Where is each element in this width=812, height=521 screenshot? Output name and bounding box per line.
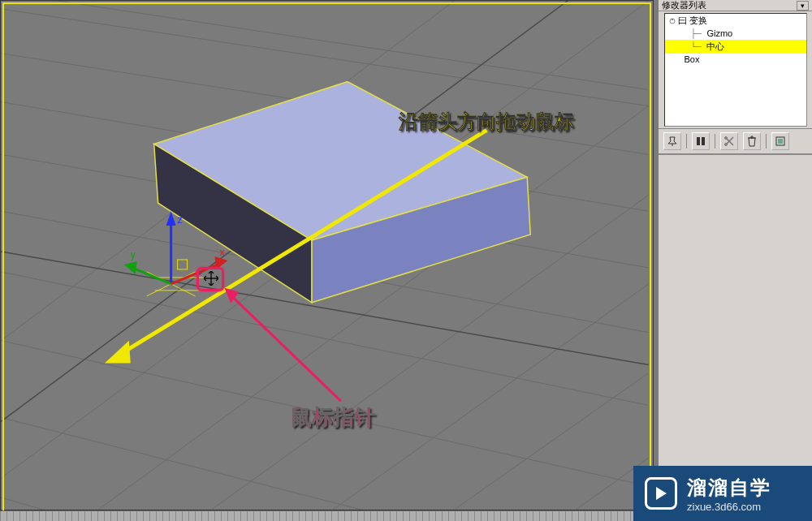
viewport[interactable]: z y x 沿箭头方向拖动鼠标 鼠标指针 bbox=[0, 0, 654, 510]
config-icon bbox=[775, 136, 786, 147]
modifier-box[interactable]: Box bbox=[665, 54, 806, 65]
watermark: 溜溜自学 zixue.3d66.com bbox=[633, 466, 812, 521]
svg-text:y: y bbox=[131, 249, 136, 260]
timeline-ruler[interactable] bbox=[0, 510, 654, 521]
modifier-stack[interactable]: 曰 变换 ├─ Gizmo └─ 中心 Box bbox=[664, 13, 807, 127]
configure-sets-button[interactable] bbox=[771, 132, 789, 150]
annotation-mouse-pointer: 鼠标指针 bbox=[291, 403, 375, 432]
svg-line-9 bbox=[1, 497, 519, 510]
layers-icon bbox=[695, 136, 706, 147]
pin-stack-button[interactable] bbox=[663, 132, 681, 150]
svg-rect-44 bbox=[697, 137, 700, 145]
show-end-result-button[interactable] bbox=[692, 132, 710, 150]
annotation-drag-direction: 沿箭头方向拖动鼠标 bbox=[399, 109, 574, 135]
svg-point-43 bbox=[671, 18, 672, 19]
genie-icon bbox=[668, 17, 676, 25]
pin-icon bbox=[667, 136, 678, 147]
watermark-brand: 溜溜自学 bbox=[687, 475, 771, 501]
modifier-toolbar bbox=[659, 129, 812, 154]
svg-marker-23 bbox=[105, 341, 131, 364]
modifier-list-label: 修改器列表 bbox=[662, 0, 706, 11]
trash-icon bbox=[747, 136, 757, 147]
modifier-center[interactable]: └─ 中心 bbox=[665, 40, 806, 54]
make-unique-button[interactable] bbox=[720, 132, 738, 150]
scissors-icon bbox=[723, 136, 735, 147]
modify-panel: 修改器列表 ▾ 曰 变换 ├─ Gizmo └─ 中心 Box bbox=[659, 0, 812, 521]
svg-line-15 bbox=[454, 373, 648, 510]
scene-svg: z y x bbox=[1, 1, 653, 510]
svg-rect-49 bbox=[778, 139, 783, 144]
play-icon bbox=[645, 477, 677, 510]
watermark-url: zixue.3d66.com bbox=[687, 501, 771, 513]
svg-marker-34 bbox=[124, 261, 137, 274]
svg-text:x: x bbox=[219, 247, 224, 258]
svg-line-24 bbox=[231, 296, 341, 402]
modifier-params-area bbox=[659, 155, 812, 504]
modifier-list-header[interactable]: 修改器列表 ▾ bbox=[659, 0, 812, 11]
move-cursor-icon bbox=[204, 271, 218, 286]
modifier-transform[interactable]: 曰 变换 bbox=[665, 14, 806, 28]
svg-marker-50 bbox=[656, 487, 667, 500]
dropdown-arrow-icon[interactable]: ▾ bbox=[797, 1, 809, 11]
svg-text:z: z bbox=[178, 214, 183, 226]
remove-modifier-button[interactable] bbox=[743, 132, 761, 150]
svg-rect-39 bbox=[178, 260, 188, 269]
svg-rect-45 bbox=[702, 137, 705, 145]
modifier-gizmo[interactable]: ├─ Gizmo bbox=[665, 28, 806, 40]
